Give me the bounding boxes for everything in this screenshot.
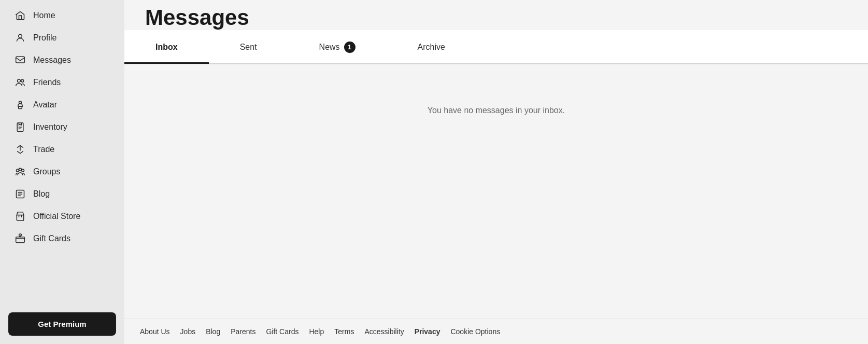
footer-link-parents[interactable]: Parents bbox=[231, 327, 255, 336]
inventory-icon bbox=[15, 121, 26, 133]
empty-inbox-message: You have no messages in your inbox. bbox=[428, 106, 565, 115]
messages-icon bbox=[15, 54, 26, 66]
sidebar-item-blog[interactable]: Blog bbox=[4, 183, 120, 205]
svg-point-10 bbox=[17, 169, 19, 172]
tabs-bar: Inbox Sent News 1 Archive bbox=[124, 32, 868, 64]
groups-icon bbox=[15, 166, 26, 177]
footer-link-cookie-options[interactable]: Cookie Options bbox=[450, 327, 500, 336]
svg-point-0 bbox=[19, 34, 22, 38]
sidebar-item-label: Official Store bbox=[33, 212, 80, 221]
page-header: Messages bbox=[124, 0, 868, 30]
sidebar-item-label: Messages bbox=[33, 56, 71, 65]
footer-link-terms[interactable]: Terms bbox=[334, 327, 354, 336]
svg-point-2 bbox=[18, 79, 21, 82]
svg-point-11 bbox=[22, 169, 24, 172]
sidebar-item-groups[interactable]: Groups bbox=[4, 161, 120, 183]
profile-icon bbox=[15, 32, 26, 44]
home-icon bbox=[15, 10, 26, 21]
tabs-wrapper: Inbox Sent News 1 Archive bbox=[124, 30, 868, 64]
footer-link-accessibility[interactable]: Accessibility bbox=[364, 327, 404, 336]
news-badge: 1 bbox=[344, 42, 355, 53]
blog-icon bbox=[15, 188, 26, 200]
svg-rect-5 bbox=[19, 106, 22, 108]
sidebar-item-giftcards[interactable]: Gift Cards bbox=[4, 228, 120, 250]
sidebar-item-friends[interactable]: Friends bbox=[4, 72, 120, 93]
footer-link-gift-cards[interactable]: Gift Cards bbox=[266, 327, 298, 336]
sidebar-item-avatar[interactable]: Avatar bbox=[4, 94, 120, 116]
friends-icon bbox=[15, 77, 26, 88]
sidebar-item-label: Groups bbox=[33, 167, 60, 176]
svg-rect-1 bbox=[16, 57, 25, 63]
sidebar-item-messages[interactable]: Messages bbox=[4, 49, 120, 71]
sidebar-item-label: Blog bbox=[33, 189, 50, 199]
sidebar-item-label: Gift Cards bbox=[33, 234, 70, 243]
avatar-icon bbox=[15, 99, 26, 111]
sidebar: Home Profile Messages Friends bbox=[0, 0, 124, 344]
sidebar-item-profile[interactable]: Profile bbox=[4, 27, 120, 49]
sidebar-item-label: Inventory bbox=[33, 122, 67, 132]
tab-news[interactable]: News 1 bbox=[288, 32, 387, 64]
svg-rect-17 bbox=[16, 237, 25, 243]
tab-inbox[interactable]: Inbox bbox=[124, 32, 209, 64]
svg-point-12 bbox=[19, 168, 22, 171]
trade-icon bbox=[15, 144, 26, 155]
sidebar-item-label: Profile bbox=[33, 33, 56, 43]
main-content: Messages Inbox Sent News 1 Archive You h… bbox=[124, 0, 868, 344]
svg-point-3 bbox=[21, 79, 24, 82]
giftcards-icon bbox=[15, 233, 26, 244]
tab-sent[interactable]: Sent bbox=[209, 32, 288, 64]
sidebar-item-trade[interactable]: Trade bbox=[4, 139, 120, 160]
sidebar-nav: Home Profile Messages Friends bbox=[0, 0, 124, 306]
store-icon bbox=[15, 211, 26, 222]
sidebar-item-label: Friends bbox=[33, 78, 61, 87]
get-premium-button[interactable]: Get Premium bbox=[8, 312, 116, 336]
sidebar-item-label: Trade bbox=[33, 145, 54, 154]
sidebar-item-inventory[interactable]: Inventory bbox=[4, 116, 120, 138]
footer-link-jobs[interactable]: Jobs bbox=[180, 327, 196, 336]
footer-link-blog[interactable]: Blog bbox=[206, 327, 220, 336]
sidebar-item-label: Avatar bbox=[33, 100, 57, 109]
footer: About UsJobsBlogParentsGift CardsHelpTer… bbox=[124, 319, 868, 344]
sidebar-item-label: Home bbox=[33, 11, 55, 20]
footer-link-help[interactable]: Help bbox=[309, 327, 324, 336]
footer-link-about-us[interactable]: About Us bbox=[140, 327, 170, 336]
sidebar-item-home[interactable]: Home bbox=[4, 5, 120, 26]
sidebar-item-store[interactable]: Official Store bbox=[4, 205, 120, 227]
footer-link-privacy[interactable]: Privacy bbox=[415, 327, 440, 336]
tab-archive[interactable]: Archive bbox=[387, 32, 476, 64]
page-title: Messages bbox=[145, 0, 847, 30]
content-area: You have no messages in your inbox. bbox=[124, 64, 868, 319]
